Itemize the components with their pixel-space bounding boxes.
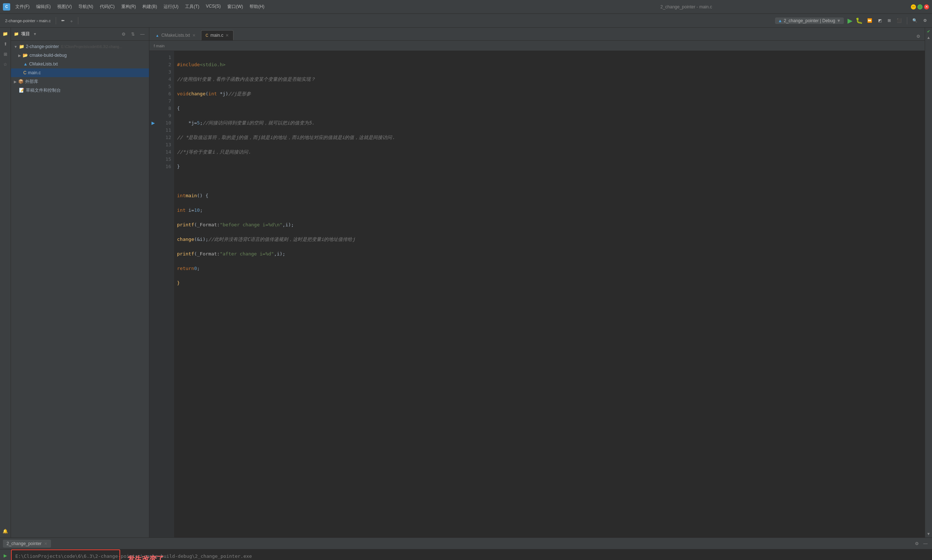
- notifications-icon[interactable]: 🔔: [1, 526, 10, 536]
- tab-mainc-close[interactable]: ✕: [225, 33, 229, 38]
- project-collapse-icon[interactable]: —: [139, 31, 146, 38]
- commit-icon[interactable]: ⬆: [1, 39, 10, 49]
- search-button[interactable]: 🔍: [910, 17, 920, 24]
- project-header: 📁 项目 ▼ ⚙ ⇅ —: [11, 28, 149, 41]
- tree-item-mainc-label: main.c: [28, 70, 41, 75]
- menu-bar: 文件(F) 编辑(E) 视图(V) 导航(N) 代码(C) 重构(R) 构建(B…: [12, 2, 462, 11]
- tab-cmakelists[interactable]: ▲ CMakeLists.txt ✕: [151, 30, 200, 40]
- menu-edit[interactable]: 编辑(E): [33, 2, 54, 11]
- breadcrumb[interactable]: 2-change-pointer › main.c: [3, 17, 53, 24]
- code-editor[interactable]: ▶ 12345 678910 1112131415 16 #include <s…: [149, 51, 925, 537]
- project-expand-icon[interactable]: ⇅: [129, 31, 137, 38]
- output-exe-path: E:\ClionProjects\code\6\6.3\2-change-poi…: [15, 552, 927, 560]
- coverage-button[interactable]: ◩: [876, 17, 884, 24]
- toolbar-sep-1: [56, 17, 56, 25]
- tree-item-external-libs-label: 外部库: [25, 78, 38, 85]
- favorites-icon[interactable]: ☆: [1, 60, 10, 69]
- tree-item-external-libs[interactable]: ▶ 📦 外部库: [11, 77, 149, 86]
- main-toolbar: 2-change-pointer › main.c ⬅ ⬦ ▲ 2_change…: [0, 14, 932, 28]
- window-controls: ─ □ ✕: [911, 5, 929, 9]
- breadcrumb-function: f main: [154, 44, 165, 48]
- tree-item-cmakelists[interactable]: ▲ CMakeLists.txt: [11, 60, 149, 68]
- run-panel-header: 2_change_pointer ✕ ⚙ —: [0, 538, 932, 549]
- minimize-button[interactable]: ─: [911, 5, 916, 9]
- run-config-label: 2_change_pointer | Debug: [784, 18, 835, 23]
- run-output: E:\ClionProjects\code\6\6.3\2-change-poi…: [11, 549, 932, 560]
- menu-view[interactable]: 视图(V): [54, 2, 75, 11]
- run-tab-close[interactable]: ✕: [44, 542, 47, 546]
- title-bar: C 文件(F) 编辑(E) 视图(V) 导航(N) 代码(C) 重构(R) 构建…: [0, 0, 932, 14]
- tree-item-cmake-build[interactable]: ▶ 📂 cmake-build-debug: [11, 51, 149, 60]
- menu-build[interactable]: 构建(B): [139, 2, 160, 11]
- checkmark-icon[interactable]: ✔: [927, 29, 930, 34]
- valgrind-button[interactable]: ⊞: [886, 17, 893, 24]
- code-content[interactable]: #include <stdio.h> //使用指针变量，看作子函数内去改变某个变…: [174, 51, 925, 537]
- project-panel: 📁 项目 ▼ ⚙ ⇅ — ▼ 📁 2-change-pointer E:\Cli…: [11, 28, 149, 537]
- tree-item-scratches[interactable]: 📝 草稿文件和控制台: [11, 86, 149, 95]
- settings-button[interactable]: ⚙: [921, 17, 929, 24]
- project-title: 项目: [21, 31, 30, 37]
- tree-root-label: 2-change-pointer: [26, 44, 59, 49]
- right-icon-bar: ✔ ▲ ▼: [925, 28, 932, 537]
- app-icon: C: [3, 3, 10, 11]
- run-panel-tab[interactable]: 2_change_pointer ✕: [3, 540, 51, 548]
- main-layout: 📁 ⬆ ⊞ ☆ 🔔 📁 项目 ▼ ⚙ ⇅ — ▼ 📁 2-change-poin…: [0, 28, 932, 537]
- tree-item-cmake-build-label: cmake-build-debug: [29, 53, 66, 58]
- line-numbers: 12345 678910 1112131415 16: [157, 51, 174, 537]
- run-settings-icon[interactable]: ⚙: [913, 540, 920, 547]
- close-button[interactable]: ✕: [924, 5, 929, 9]
- toolbar-sep-2: [78, 17, 78, 25]
- run-panel-content: ▶ ⬆ 🔧 ⬇ ■ ↵ 🖶 🗑 E:\ClionProjects\code\6\…: [0, 549, 932, 560]
- project-icon[interactable]: 📁: [1, 29, 10, 38]
- menu-run[interactable]: 运行(U): [160, 2, 181, 11]
- profile-button[interactable]: ⏩: [865, 17, 875, 24]
- menu-window[interactable]: 窗口(W): [224, 2, 246, 11]
- menu-navigate[interactable]: 导航(N): [76, 2, 96, 11]
- menu-help[interactable]: 帮助(H): [247, 2, 267, 11]
- breadcrumb-bar: f main: [149, 41, 925, 51]
- tab-cmakelists-close[interactable]: ✕: [192, 33, 196, 38]
- scroll-down-icon[interactable]: ▼: [927, 532, 930, 536]
- debug-button[interactable]: 🐛: [855, 17, 863, 24]
- menu-vcs[interactable]: VCS(S): [203, 2, 224, 11]
- forward-button[interactable]: ⬦: [68, 17, 75, 24]
- menu-file[interactable]: 文件(F): [12, 2, 32, 11]
- tree-item-mainc[interactable]: C main.c: [11, 68, 149, 77]
- toolbar-sep-3: [907, 17, 907, 25]
- scroll-up-icon[interactable]: ▲: [927, 35, 930, 40]
- tree-root-path: E:\ClionProjects\code\6\6.3\2-chang...: [61, 45, 122, 49]
- editor-area: ▲ CMakeLists.txt ✕ C main.c ✕ ⚙ f main ▶…: [149, 28, 925, 537]
- tree-item-cmakelists-label: CMakeLists.txt: [29, 62, 58, 66]
- window-title: 2_change_pointer - main.c: [462, 5, 911, 9]
- run-collapse-icon[interactable]: —: [922, 540, 929, 547]
- menu-refactor[interactable]: 重构(R): [118, 2, 139, 11]
- editor-settings[interactable]: ⚙: [913, 32, 923, 40]
- back-button[interactable]: ⬅: [59, 17, 66, 24]
- project-settings-icon[interactable]: ⚙: [120, 31, 127, 38]
- run-configuration[interactable]: ▲ 2_change_pointer | Debug ▼: [775, 17, 844, 24]
- maximize-button[interactable]: □: [917, 5, 923, 9]
- tab-bar: ▲ CMakeLists.txt ✕ C main.c ✕ ⚙: [149, 28, 925, 41]
- menu-tools[interactable]: 工具(T): [182, 2, 202, 11]
- stop-button[interactable]: ⬛: [895, 17, 904, 24]
- menu-code[interactable]: 代码(C): [97, 2, 118, 11]
- run-line-marker: ▶: [151, 119, 155, 127]
- run-button[interactable]: ▶: [847, 17, 853, 25]
- structure-icon[interactable]: ⊞: [1, 49, 10, 59]
- gutter: ▶: [149, 51, 157, 537]
- project-tree: ▼ 📁 2-change-pointer E:\ClionProjects\co…: [11, 41, 149, 537]
- tree-item-scratches-label: 草稿文件和控制台: [26, 87, 61, 94]
- run-side-icons: ▶ ⬆ 🔧 ⬇ ■ ↵ 🖶 🗑: [0, 549, 11, 560]
- tree-root[interactable]: ▼ 📁 2-change-pointer E:\ClionProjects\co…: [11, 42, 149, 51]
- run-panel: 2_change_pointer ✕ ⚙ — ▶ ⬆ 🔧 ⬇ ■ ↵ 🖶 🗑 E…: [0, 537, 932, 560]
- run-play-icon[interactable]: ▶: [1, 551, 10, 560]
- tab-mainc[interactable]: C main.c ✕: [201, 30, 234, 40]
- left-icon-bar: 📁 ⬆ ⊞ ☆ 🔔: [0, 28, 11, 537]
